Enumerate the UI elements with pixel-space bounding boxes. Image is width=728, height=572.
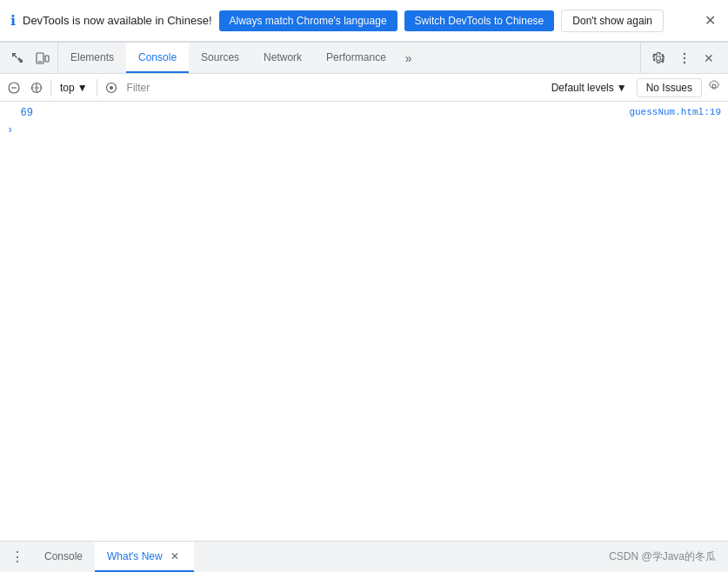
devtools-panel: Elements Console Sources Network Perform… xyxy=(0,42,728,541)
svg-point-5 xyxy=(684,61,685,63)
levels-label: Default levels xyxy=(551,82,614,94)
svg-point-12 xyxy=(110,86,113,90)
preserve-log-button[interactable] xyxy=(26,79,47,96)
tab-elements[interactable]: Elements xyxy=(58,43,126,73)
always-match-button[interactable]: Always match Chrome's language xyxy=(219,10,397,31)
tabs-nav: Elements Console Sources Network Perform… xyxy=(58,43,640,73)
bottom-tab-whatsnew[interactable]: What's New ✕ xyxy=(95,542,194,572)
console-source[interactable]: guessNum.html:19 xyxy=(629,107,721,117)
levels-arrow-icon: ▼ xyxy=(617,82,627,94)
tab-console[interactable]: Console xyxy=(126,43,189,73)
svg-rect-1 xyxy=(45,56,49,62)
console-number: 69 xyxy=(7,107,33,119)
switch-devtools-button[interactable]: Switch DevTools to Chinese xyxy=(404,10,555,31)
bottom-tab-whatsnew-label: What's New xyxy=(107,550,163,562)
dont-show-button[interactable]: Don't show again xyxy=(561,10,664,32)
context-selector[interactable]: top ▼ xyxy=(55,80,93,96)
more-tools-button[interactable]: ⋮ xyxy=(3,545,32,569)
default-levels-button[interactable]: Default levels ▼ xyxy=(544,78,635,97)
svg-point-4 xyxy=(684,57,685,58)
toolbar-divider xyxy=(50,79,51,96)
dropdown-arrow-icon: ▼ xyxy=(77,82,88,94)
show-network-messages-button[interactable] xyxy=(101,79,122,96)
customize-devtools-icon[interactable] xyxy=(672,48,697,69)
no-issues-label: No Issues xyxy=(646,82,692,94)
table-row: › xyxy=(0,123,728,140)
clear-console-button[interactable] xyxy=(3,79,24,96)
close-whatsnew-tab-button[interactable]: ✕ xyxy=(168,549,182,563)
notification-text: DevTools is now available in Chinese! xyxy=(23,14,212,27)
console-content: 69 guessNum.html:19 › xyxy=(0,102,728,541)
context-label: top xyxy=(60,82,75,94)
info-icon: ℹ xyxy=(10,12,16,29)
bottom-right-info: CSDN @学Java的冬瓜 xyxy=(609,549,725,564)
bottom-tab-console-label: Console xyxy=(44,550,83,562)
console-arrow-icon[interactable]: › xyxy=(7,124,13,136)
close-devtools-icon[interactable]: ✕ xyxy=(698,48,719,69)
console-toolbar: top ▼ Default levels ▼ No Issues xyxy=(0,74,728,102)
tab-network[interactable]: Network xyxy=(251,43,314,73)
notification-bar: ℹ DevTools is now available in Chinese! … xyxy=(0,0,728,42)
inspect-element-icon[interactable] xyxy=(7,48,30,69)
settings-icon[interactable] xyxy=(646,48,671,69)
device-toolbar-icon[interactable] xyxy=(31,48,54,69)
tab-performance[interactable]: Performance xyxy=(314,43,398,73)
filter-input[interactable] xyxy=(127,82,538,94)
bottom-tab-bar: ⋮ Console What's New ✕ CSDN @学Java的冬瓜 xyxy=(0,541,728,572)
tab-bar: Elements Console Sources Network Perform… xyxy=(0,43,728,74)
tab-bar-right: ✕ xyxy=(640,43,725,73)
tab-bar-icons xyxy=(3,43,58,73)
no-issues-button[interactable]: No Issues xyxy=(637,78,702,97)
tab-sources[interactable]: Sources xyxy=(189,43,251,73)
close-notification-button[interactable]: ✕ xyxy=(701,10,719,31)
table-row: 69 guessNum.html:19 xyxy=(0,105,728,123)
console-settings-button[interactable] xyxy=(704,77,725,97)
svg-point-3 xyxy=(684,52,685,54)
toolbar-divider2 xyxy=(97,79,97,96)
more-tabs-button[interactable]: » xyxy=(398,43,419,73)
bottom-tab-console[interactable]: Console xyxy=(32,542,95,572)
filter-input-wrap xyxy=(124,82,542,94)
